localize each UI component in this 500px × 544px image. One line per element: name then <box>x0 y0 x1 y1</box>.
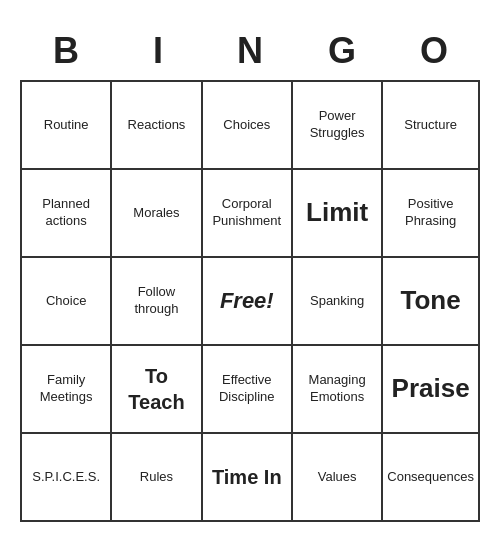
bingo-letter-i: I <box>114 30 202 72</box>
bingo-letter-b: B <box>22 30 110 72</box>
bingo-cell-14: Tone <box>383 258 480 346</box>
bingo-cell-4: Structure <box>383 82 480 170</box>
bingo-cell-8: Limit <box>293 170 383 258</box>
bingo-cell-11: Follow through <box>112 258 202 346</box>
bingo-cell-0: Routine <box>22 82 112 170</box>
bingo-cell-10: Choice <box>22 258 112 346</box>
bingo-cell-24: Consequences <box>383 434 480 522</box>
bingo-cell-3: Power Struggles <box>293 82 383 170</box>
bingo-cell-7: Corporal Punishment <box>203 170 293 258</box>
bingo-cell-17: Effective Discipline <box>203 346 293 434</box>
bingo-cell-13: Spanking <box>293 258 383 346</box>
bingo-cell-5: Planned actions <box>22 170 112 258</box>
bingo-grid: RoutineReactionsChoicesPower StrugglesSt… <box>20 80 480 522</box>
bingo-cell-6: Morales <box>112 170 202 258</box>
bingo-cell-12: Free! <box>203 258 293 346</box>
bingo-cell-20: S.P.I.C.E.S. <box>22 434 112 522</box>
bingo-cell-21: Rules <box>112 434 202 522</box>
bingo-cell-16: To Teach <box>112 346 202 434</box>
bingo-letter-n: N <box>206 30 294 72</box>
bingo-cell-1: Reactions <box>112 82 202 170</box>
bingo-cell-2: Choices <box>203 82 293 170</box>
bingo-letter-g: G <box>298 30 386 72</box>
bingo-cell-9: Positive Phrasing <box>383 170 480 258</box>
bingo-cell-22: Time In <box>203 434 293 522</box>
bingo-cell-15: Family Meetings <box>22 346 112 434</box>
bingo-card: BINGO RoutineReactionsChoicesPower Strug… <box>20 22 480 522</box>
bingo-cell-23: Values <box>293 434 383 522</box>
bingo-header: BINGO <box>20 22 480 80</box>
bingo-letter-o: O <box>390 30 478 72</box>
bingo-cell-18: Managing Emotions <box>293 346 383 434</box>
bingo-cell-19: Praise <box>383 346 480 434</box>
